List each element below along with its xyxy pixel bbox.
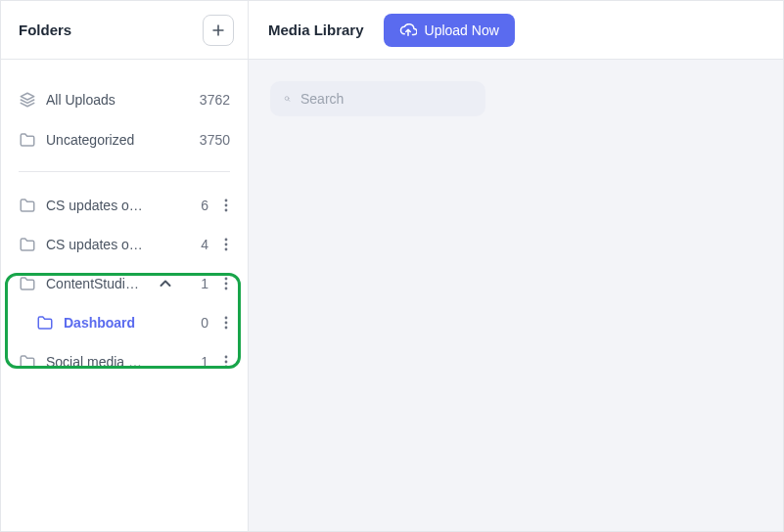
layers-icon xyxy=(19,91,36,109)
folder-label: ContentStudio ... xyxy=(46,276,150,291)
svg-point-14 xyxy=(225,366,228,369)
count-badge: 1 xyxy=(185,276,208,291)
folder-item-expanded[interactable]: ContentStudio ... 1 xyxy=(1,264,244,303)
folder-label: Social media po... xyxy=(46,354,150,370)
folder-more-button[interactable] xyxy=(218,277,234,290)
sidebar-title: Folders xyxy=(19,22,71,38)
search-input[interactable] xyxy=(300,91,472,107)
dots-vertical-icon xyxy=(224,316,228,330)
svg-point-6 xyxy=(225,278,228,281)
plus-icon xyxy=(210,22,226,38)
svg-point-3 xyxy=(225,239,228,242)
sidebar-item-label: All Uploads xyxy=(46,92,115,108)
svg-point-10 xyxy=(225,322,228,325)
folder-more-button[interactable] xyxy=(218,199,234,212)
dots-vertical-icon xyxy=(224,199,228,212)
folder-icon xyxy=(19,276,36,291)
search-box[interactable] xyxy=(270,81,485,116)
svg-point-0 xyxy=(225,200,228,202)
svg-point-8 xyxy=(225,288,228,290)
main-header: Media Library Upload Now xyxy=(249,1,783,60)
svg-point-13 xyxy=(225,361,228,364)
sidebar-item-label: Uncategorized xyxy=(46,132,134,148)
svg-point-1 xyxy=(225,204,228,207)
dots-vertical-icon xyxy=(224,355,228,369)
svg-point-4 xyxy=(225,244,228,246)
folder-icon xyxy=(19,237,36,252)
divider xyxy=(19,171,230,172)
folder-icon xyxy=(36,315,54,331)
svg-point-9 xyxy=(225,317,228,320)
folder-item[interactable]: CS updates on I... 4 xyxy=(1,225,244,264)
count-badge: 1 xyxy=(185,354,208,370)
main-title: Media Library xyxy=(268,22,364,38)
folder-icon xyxy=(19,132,36,148)
folder-list: CS updates on ... 6 CS updates on I... 4 xyxy=(1,186,248,381)
subfolder-label: Dashboard xyxy=(64,315,150,331)
svg-point-11 xyxy=(225,327,228,330)
folder-label: CS updates on I... xyxy=(46,237,150,252)
folder-item[interactable]: Social media po... 1 xyxy=(1,342,244,381)
svg-point-2 xyxy=(225,209,228,212)
main-body xyxy=(249,60,783,531)
search-icon xyxy=(284,91,291,107)
folder-label: CS updates on ... xyxy=(46,198,150,213)
svg-point-5 xyxy=(225,248,228,251)
folder-item[interactable]: CS updates on ... 6 xyxy=(1,186,244,225)
count-badge: 3750 xyxy=(200,132,230,148)
count-badge: 6 xyxy=(185,198,208,213)
sidebar-body: All Uploads 3762 Uncategorized 3750 xyxy=(1,60,248,381)
dots-vertical-icon xyxy=(224,238,228,251)
cloud-upload-icon xyxy=(399,23,417,37)
subfolder-item[interactable]: Dashboard 0 xyxy=(1,303,244,342)
folder-icon xyxy=(19,198,36,213)
chevron-up-icon xyxy=(160,280,171,288)
folder-more-button[interactable] xyxy=(218,355,234,369)
sidebar-item-uncategorized[interactable]: Uncategorized 3750 xyxy=(19,120,230,159)
count-badge: 4 xyxy=(185,237,208,252)
folder-icon xyxy=(19,354,36,370)
svg-point-12 xyxy=(225,356,228,359)
main-pane: Media Library Upload Now xyxy=(249,1,783,531)
svg-point-7 xyxy=(225,283,228,286)
sidebar-header: Folders xyxy=(1,1,248,60)
collapse-toggle[interactable] xyxy=(160,280,175,288)
folder-more-button[interactable] xyxy=(218,238,234,251)
add-folder-button[interactable] xyxy=(203,15,234,46)
count-badge: 0 xyxy=(185,315,208,331)
sidebar-item-all-uploads[interactable]: All Uploads 3762 xyxy=(19,79,230,120)
upload-button[interactable]: Upload Now xyxy=(384,14,515,47)
folder-more-button[interactable] xyxy=(218,316,234,330)
upload-label: Upload Now xyxy=(425,22,499,38)
count-badge: 3762 xyxy=(200,92,230,108)
dots-vertical-icon xyxy=(224,277,228,290)
sidebar: Folders All Uploads 3762 Uncategorized xyxy=(1,1,249,531)
